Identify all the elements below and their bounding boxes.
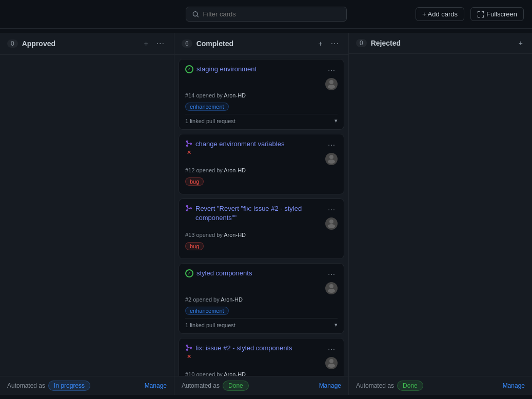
approved-footer: Automated as In progress Manage xyxy=(0,376,174,395)
done-icon: ✓ xyxy=(185,65,193,73)
card-menu-button[interactable]: ··· xyxy=(326,344,338,354)
approved-count: 0 xyxy=(7,39,18,48)
svg-point-8 xyxy=(329,359,333,363)
card-title[interactable]: fix: issue #2 - styled components xyxy=(195,344,292,353)
card-right-col: ··· xyxy=(325,269,338,294)
linked-pr[interactable]: 1 linked pull request ▾ xyxy=(185,114,338,124)
card-right-col: ··· xyxy=(325,139,338,165)
rejected-count: 0 xyxy=(356,39,367,47)
card-card-2[interactable]: ✕ change environment variables ··· #12 o… xyxy=(179,134,344,194)
svg-point-7 xyxy=(328,289,335,293)
svg-point-0 xyxy=(329,80,333,84)
svg-point-4 xyxy=(329,220,333,224)
card-right-col: ··· xyxy=(325,344,338,369)
avatar xyxy=(325,78,338,90)
card-header: ✓ styled components ··· xyxy=(185,269,338,294)
completed-title: Completed xyxy=(196,39,312,48)
card-right-col: ··· xyxy=(325,204,338,230)
card-meta: #13 opened by Aron-HD xyxy=(185,232,338,238)
fullscreen-button[interactable]: Fullscreen xyxy=(470,7,524,21)
completed-status-badge: Done xyxy=(223,381,249,391)
card-title[interactable]: Revert "Revert "fix: issue #2 - styled c… xyxy=(195,204,322,223)
done-icon: ✓ xyxy=(185,269,193,277)
rejected-add-button[interactable]: + xyxy=(517,38,525,48)
pr-merge-icon xyxy=(185,205,192,212)
card-header: ✕ fix: issue #2 - styled components ··· xyxy=(185,344,338,369)
rejected-title: Rejected xyxy=(371,39,513,47)
rejected-manage-button[interactable]: Manage xyxy=(503,382,525,389)
search-input[interactable] xyxy=(203,10,340,18)
card-card-3[interactable]: Revert "Revert "fix: issue #2 - styled c… xyxy=(179,198,344,259)
search-icon xyxy=(192,11,199,18)
card-title[interactable]: change environment variables xyxy=(195,139,284,149)
card-menu-button[interactable]: ··· xyxy=(326,269,338,279)
svg-point-2 xyxy=(329,155,333,159)
card-title-row: ✕ change environment variables xyxy=(185,139,322,156)
avatar xyxy=(325,217,338,230)
column-completed: 6 Completed + ··· ✓ staging environment … xyxy=(174,33,349,395)
pr-merge-icon: ✕ xyxy=(185,344,192,360)
card-menu-button[interactable]: ··· xyxy=(326,139,338,150)
approved-automated: Automated as In progress xyxy=(7,381,90,391)
rejected-automated-as: Automated as xyxy=(356,382,394,389)
completed-automated: Automated as Done xyxy=(182,381,249,391)
completed-add-button[interactable]: + xyxy=(316,38,324,49)
rejected-status-badge: Done xyxy=(397,381,423,391)
header-actions: + Add cards Fullscreen xyxy=(416,7,524,21)
linked-pr-label: 1 linked pull request xyxy=(185,322,235,328)
completed-cards-area[interactable]: ✓ staging environment ··· #14 opened by … xyxy=(174,55,348,376)
rejected-automated: Automated as Done xyxy=(356,381,423,391)
completed-automated-as: Automated as xyxy=(182,382,220,389)
add-cards-button[interactable]: + Add cards xyxy=(416,7,464,21)
tag-enhancement: enhancement xyxy=(185,103,229,111)
completed-footer: Automated as Done Manage xyxy=(174,376,348,395)
column-rejected: 0 Rejected + Automated as Done Manage xyxy=(349,33,532,395)
tag-bug: bug xyxy=(185,242,204,250)
approved-manage-button[interactable]: Manage xyxy=(145,382,167,389)
card-title[interactable]: styled components xyxy=(196,269,252,278)
completed-manage-button[interactable]: Manage xyxy=(319,382,341,389)
completed-menu-button[interactable]: ··· xyxy=(329,38,341,49)
tag-enhancement: enhancement xyxy=(185,307,229,315)
board: 0 Approved + ··· Automated as In progres… xyxy=(0,29,532,399)
approved-menu-button[interactable]: ··· xyxy=(154,38,167,49)
fullscreen-icon xyxy=(477,11,484,18)
avatar xyxy=(325,357,338,369)
column-completed-header: 6 Completed + ··· xyxy=(174,33,348,55)
card-menu-button[interactable]: ··· xyxy=(326,65,338,75)
linked-pr-label: 1 linked pull request xyxy=(185,118,235,124)
completed-actions: + ··· xyxy=(316,38,341,49)
svg-point-9 xyxy=(328,364,335,368)
chevron-down-icon: ▾ xyxy=(334,322,338,328)
card-header: Revert "Revert "fix: issue #2 - styled c… xyxy=(185,204,338,230)
avatar xyxy=(325,153,338,165)
approved-cards-area xyxy=(0,55,174,376)
approved-title: Approved xyxy=(22,39,138,48)
card-meta: #10 opened by Aron-HD xyxy=(185,371,338,376)
approved-add-button[interactable]: + xyxy=(142,38,150,49)
chevron-down-icon: ▾ xyxy=(334,117,338,124)
svg-point-5 xyxy=(328,224,335,228)
card-card-5[interactable]: ✕ fix: issue #2 - styled components ··· … xyxy=(179,338,344,376)
card-tags: enhancement xyxy=(185,307,338,315)
pr-merge-icon: ✕ xyxy=(185,140,192,156)
card-header: ✕ change environment variables ··· xyxy=(185,139,338,165)
approved-automated-as: Automated as xyxy=(7,382,45,389)
card-title-row: ✕ fix: issue #2 - styled components xyxy=(185,344,322,360)
card-tags: enhancement xyxy=(185,103,338,111)
tag-bug: bug xyxy=(185,177,204,186)
card-title[interactable]: staging environment xyxy=(196,65,257,74)
avatar xyxy=(325,282,338,294)
search-bar[interactable] xyxy=(186,7,347,22)
card-card-1[interactable]: ✓ staging environment ··· #14 opened by … xyxy=(179,59,344,130)
rejected-actions: + xyxy=(517,38,525,48)
svg-point-3 xyxy=(328,159,335,164)
svg-point-1 xyxy=(328,85,335,89)
card-card-4[interactable]: ✓ styled components ··· #2 opened by Aro… xyxy=(179,263,344,334)
card-menu-button[interactable]: ··· xyxy=(326,204,338,214)
completed-count: 6 xyxy=(182,39,192,48)
linked-pr[interactable]: 1 linked pull request ▾ xyxy=(185,318,338,328)
card-meta: #14 opened by Aron-HD xyxy=(185,92,338,98)
add-cards-label: + Add cards xyxy=(422,10,458,18)
card-header: ✓ staging environment ··· xyxy=(185,65,338,90)
